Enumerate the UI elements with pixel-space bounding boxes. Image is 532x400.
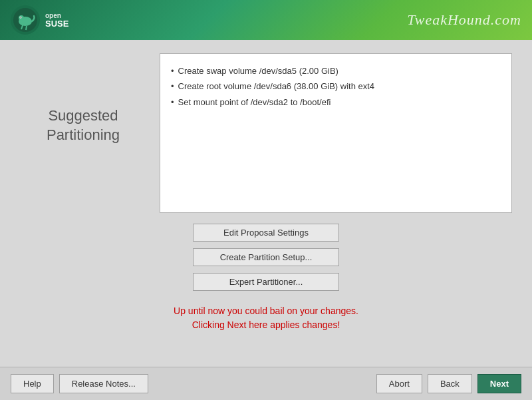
action-buttons: Edit Proposal Settings Create Partition …: [20, 224, 512, 291]
bullet-2: •: [171, 79, 174, 94]
warning-line2: Clicking Next here applies changes!: [20, 318, 512, 332]
abort-button[interactable]: Abort: [376, 374, 422, 393]
footer-right: Abort Back Next: [376, 374, 521, 393]
warning-line1: Up until now you could bail on your chan…: [20, 304, 512, 318]
svg-line-6: [26, 26, 27, 30]
proposal-item-3: • Set mount point of /dev/sda2 to /boot/…: [171, 95, 501, 110]
footer: Help Release Notes... Abort Back Next: [0, 367, 532, 400]
logo-area: open SUSE: [11, 5, 68, 35]
help-button[interactable]: Help: [11, 374, 54, 393]
top-section: Suggested Partitioning • Create swap vol…: [20, 53, 512, 213]
section-title: Suggested Partitioning: [20, 53, 146, 144]
expert-partitioner-button[interactable]: Expert Partitioner...: [193, 273, 339, 291]
svg-point-4: [20, 17, 21, 17]
brand-label: TweakHound.com: [407, 11, 521, 29]
release-notes-button[interactable]: Release Notes...: [59, 374, 148, 393]
footer-left: Help Release Notes...: [11, 374, 148, 393]
bullet-3: •: [171, 95, 174, 110]
back-button[interactable]: Back: [428, 374, 472, 393]
opensuse-label: open SUSE: [45, 13, 68, 28]
create-partition-button[interactable]: Create Partition Setup...: [193, 248, 339, 266]
proposal-item-1: • Create swap volume /dev/sda5 (2.00 GiB…: [171, 63, 501, 79]
proposal-item-2: • Create root volume /dev/sda6 (38.00 Gi…: [171, 79, 501, 94]
main-content: Suggested Partitioning • Create swap vol…: [0, 40, 532, 367]
header: open SUSE TweakHound.com: [0, 0, 532, 40]
bullet-1: •: [171, 63, 174, 79]
proposal-box: • Create swap volume /dev/sda5 (2.00 GiB…: [160, 53, 512, 213]
next-button[interactable]: Next: [477, 374, 521, 393]
warning-text: Up until now you could bail on your chan…: [20, 304, 512, 332]
opensuse-logo: [11, 5, 40, 35]
edit-proposal-button[interactable]: Edit Proposal Settings: [193, 224, 339, 242]
